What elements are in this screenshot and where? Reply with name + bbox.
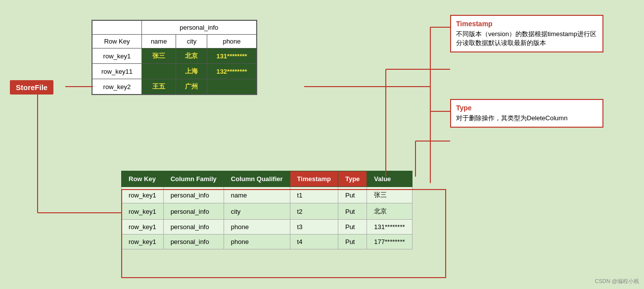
top-row2-name — [141, 64, 176, 79]
top-table-col-name: name — [141, 35, 176, 48]
timestamp-annotation-box: Timestamp 不同版本（version）的数据根据timestamp进行区… — [450, 15, 603, 52]
b-row2-family: personal_info — [163, 203, 224, 220]
bottom-table-row-3: row_key1 personal_info phone t3 Put 131*… — [122, 220, 413, 235]
b-row4-value: 177******** — [367, 235, 412, 249]
timestamp-annotation-text: 不同版本（version）的数据根据timestamp进行区分读取数据默认读取最… — [456, 30, 598, 48]
bottom-col-family: Column Family — [163, 171, 224, 187]
bottom-table-row-2: row_key1 personal_info city t2 Put 北京 — [122, 203, 413, 220]
b-row3-type: Put — [338, 220, 367, 235]
top-table-row-2: row_key11 上海 132******** — [92, 64, 257, 79]
b-row4-key: row_key1 — [122, 235, 164, 249]
storefile-label: StoreFile — [10, 80, 53, 95]
top-row2-city: 上海 — [176, 64, 207, 79]
bottom-col-qualifier: Column Qualifier — [224, 171, 290, 187]
b-row3-value: 131******** — [367, 220, 412, 235]
top-table-col-rowkey: Row Key — [92, 35, 141, 48]
b-row3-timestamp: t3 — [290, 220, 338, 235]
b-row4-qualifier: phone — [224, 235, 290, 249]
top-row3-name: 王五 — [141, 79, 176, 95]
top-row2-phone: 132******** — [207, 64, 257, 79]
bottom-col-value: Value — [367, 171, 412, 187]
top-row3-phone — [207, 79, 257, 95]
timestamp-annotation-title: Timestamp — [456, 20, 598, 28]
top-table-family-header: personal_info — [141, 20, 256, 35]
bottom-table-row-4: row_key1 personal_info phone t4 Put 177*… — [122, 235, 413, 249]
top-row3-key: row_key2 — [92, 79, 141, 95]
b-row2-timestamp: t2 — [290, 203, 338, 220]
b-row1-qualifier: name — [224, 187, 290, 203]
top-table-wrapper: personal_info Row Key name city phone ro… — [92, 20, 257, 95]
b-row1-timestamp: t1 — [290, 187, 338, 203]
top-table-col-phone: phone — [207, 35, 257, 48]
type-annotation-text: 对于删除操作，其类型为DeleteColumn — [456, 114, 598, 123]
b-row4-type: Put — [338, 235, 367, 249]
bottom-table-wrapper: Row Key Column Family Column Qualifier T… — [121, 171, 413, 249]
b-row1-key: row_key1 — [122, 187, 164, 203]
b-row2-qualifier: city — [224, 203, 290, 220]
b-row3-family: personal_info — [163, 220, 224, 235]
b-row1-family: personal_info — [163, 187, 224, 203]
b-row3-key: row_key1 — [122, 220, 164, 235]
type-annotation-box: Type 对于删除操作，其类型为DeleteColumn — [450, 99, 603, 128]
top-row1-city: 北京 — [176, 48, 207, 64]
logical-view-table: personal_info Row Key name city phone ro… — [92, 20, 257, 95]
top-table-empty-header — [92, 20, 141, 35]
b-row4-family: personal_info — [163, 235, 224, 249]
top-table-row-1: row_key1 张三 北京 131******** — [92, 48, 257, 64]
top-row1-phone: 131******** — [207, 48, 257, 64]
watermark: CSDN @编程小栈 — [595, 278, 639, 285]
top-row1-key: row_key1 — [92, 48, 141, 64]
b-row4-timestamp: t4 — [290, 235, 338, 249]
b-row1-value: 张三 — [367, 187, 412, 203]
keyvalue-table: Row Key Column Family Column Qualifier T… — [121, 171, 413, 249]
bottom-table-row-1: row_key1 personal_info name t1 Put 张三 — [122, 187, 413, 203]
b-row2-value: 北京 — [367, 203, 412, 220]
b-row2-key: row_key1 — [122, 203, 164, 220]
top-row1-name: 张三 — [141, 48, 176, 64]
bottom-col-timestamp: Timestamp — [290, 171, 338, 187]
bottom-table-header-row: Row Key Column Family Column Qualifier T… — [122, 171, 413, 187]
type-annotation-title: Type — [456, 104, 598, 112]
top-row3-city: 广州 — [176, 79, 207, 95]
b-row1-type: Put — [338, 187, 367, 203]
b-row3-qualifier: phone — [224, 220, 290, 235]
b-row2-type: Put — [338, 203, 367, 220]
top-row2-key: row_key11 — [92, 64, 141, 79]
top-table-row-3: row_key2 王五 广州 — [92, 79, 257, 95]
top-table-col-city: city — [176, 35, 207, 48]
bottom-col-type: Type — [338, 171, 367, 187]
bottom-col-rowkey: Row Key — [122, 171, 164, 187]
